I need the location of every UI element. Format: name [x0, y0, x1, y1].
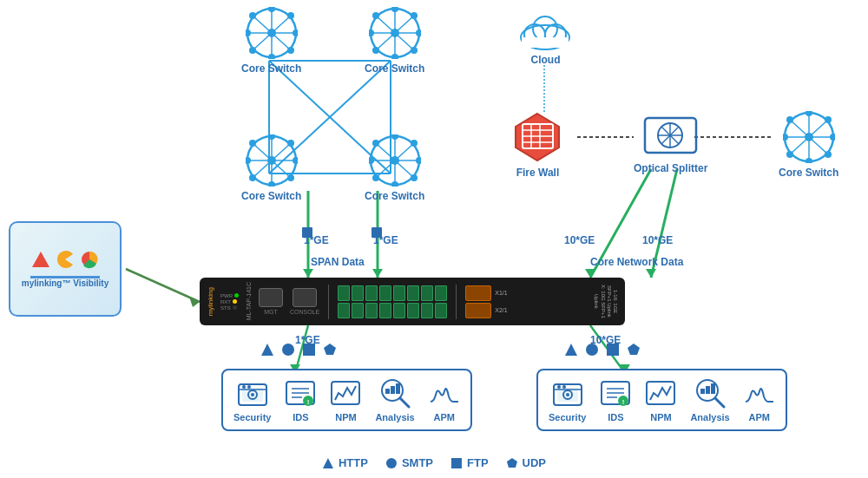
svg-point-109 [786, 151, 793, 158]
svg-rect-118 [607, 344, 619, 356]
analysis-icon-left [379, 377, 411, 409]
core-switch-bottom-right: Core Switch [365, 134, 424, 202]
triangle-shape-right [564, 343, 578, 357]
svg-rect-155 [700, 389, 705, 394]
apm-icon-right [744, 377, 775, 409]
udp-label: UDP [523, 456, 546, 469]
pentagon-shape-right [627, 343, 641, 357]
svg-point-105 [830, 134, 835, 141]
svg-point-36 [249, 47, 256, 54]
svg-point-50 [372, 47, 379, 54]
switch-icon-tl [246, 7, 298, 59]
left-tools-box: Security ! IDS NPM [221, 369, 472, 431]
junction-square-left [302, 227, 312, 238]
core-switch-top-right: Core Switch [365, 7, 424, 75]
smtp-circle-icon [385, 457, 398, 469]
monitor-label: mylinking™ Visibility [22, 278, 108, 288]
splitter-icon [642, 111, 699, 159]
monitor-icons [31, 250, 99, 269]
svg-point-75 [372, 140, 379, 147]
svg-marker-16 [372, 269, 383, 278]
core-switch-right: Core Switch [779, 111, 838, 179]
core-network-data-label: Core Network Data [590, 256, 683, 268]
svg-marker-18 [646, 269, 656, 278]
svg-line-154 [715, 398, 724, 407]
svg-rect-156 [706, 386, 710, 394]
svg-marker-116 [565, 344, 577, 356]
splitter-label: Optical Splitter [634, 162, 707, 174]
svg-point-72 [391, 181, 398, 187]
security-icon-left [237, 377, 268, 409]
svg-point-58 [268, 181, 275, 187]
svg-marker-119 [628, 344, 640, 355]
core-switch-bl-label: Core Switch [241, 190, 301, 202]
svg-point-77 [411, 140, 418, 147]
tool-npm-left: NPM [330, 377, 361, 422]
piechart-icon [80, 250, 99, 269]
circle-shape-left [281, 343, 295, 357]
svg-text:!: ! [307, 398, 310, 406]
udp-pentagon-icon [506, 457, 518, 469]
tool-analysis-left: Analysis [375, 377, 414, 422]
tool-security-left: Security [233, 377, 271, 422]
npm-left-label: NPM [335, 412, 356, 422]
pentagon-shape-left [323, 343, 337, 357]
svg-point-31 [246, 29, 251, 36]
svg-marker-20 [189, 297, 200, 307]
legend-http: HTTP [322, 456, 368, 469]
svg-point-113 [282, 344, 294, 356]
legend: HTTP SMTP FTP UDP [322, 456, 546, 469]
tool-ids-right: ! IDS [600, 377, 631, 422]
svg-point-57 [268, 134, 275, 140]
triangle-shape-left [260, 343, 274, 357]
svg-point-44 [391, 54, 398, 59]
core-switch-bottom-left: Core Switch [241, 134, 301, 202]
svg-point-76 [411, 174, 418, 181]
svg-point-43 [391, 7, 398, 12]
ids-right-label: IDS [608, 412, 623, 422]
svg-rect-136 [385, 389, 390, 394]
ids-icon-left: ! [285, 377, 316, 409]
core-switch-br-label: Core Switch [365, 190, 424, 202]
switch-icon-right [783, 111, 835, 163]
svg-marker-115 [324, 344, 336, 355]
svg-point-48 [411, 47, 418, 54]
tool-analysis-right: Analysis [690, 377, 729, 422]
tool-security-right: Security [549, 377, 586, 422]
svg-point-159 [386, 458, 397, 468]
junction-square-right [372, 227, 382, 238]
svg-rect-83 [522, 37, 569, 48]
device-model-label: ML-TAP-141C [246, 282, 252, 320]
firewall-label: Fire Wall [516, 167, 560, 179]
svg-point-46 [416, 29, 421, 36]
svg-point-142 [566, 393, 569, 396]
cloud-label: Cloud [531, 54, 561, 66]
svg-point-71 [391, 134, 398, 140]
security-right-label: Security [549, 412, 586, 422]
svg-point-29 [268, 7, 275, 12]
svg-point-126 [247, 385, 251, 389]
svg-point-73 [369, 157, 374, 164]
svg-point-144 [557, 385, 561, 389]
svg-point-108 [825, 116, 832, 123]
switch-icon-br [369, 134, 421, 187]
core-switch-right-label: Core Switch [779, 167, 838, 179]
right-tools-box: Security ! IDS NPM [536, 369, 787, 431]
left-protocol-shapes [260, 343, 337, 357]
legend-smtp: SMTP [385, 456, 433, 469]
apm-left-label: APM [433, 412, 454, 422]
svg-point-32 [293, 29, 298, 36]
firewall-node: Fire Wall [514, 111, 562, 179]
svg-rect-137 [391, 386, 395, 394]
square-shape-left [302, 343, 316, 357]
switch-icon-bl [246, 134, 298, 187]
svg-point-30 [268, 54, 275, 59]
npm-icon-right [645, 377, 676, 409]
svg-point-103 [806, 158, 812, 163]
svg-marker-158 [323, 458, 333, 468]
tool-npm-right: NPM [645, 377, 676, 422]
security-left-label: Security [233, 412, 271, 422]
ge10-right-label: 10*GE [642, 234, 673, 246]
svg-marker-161 [507, 458, 517, 468]
svg-point-102 [806, 111, 812, 116]
